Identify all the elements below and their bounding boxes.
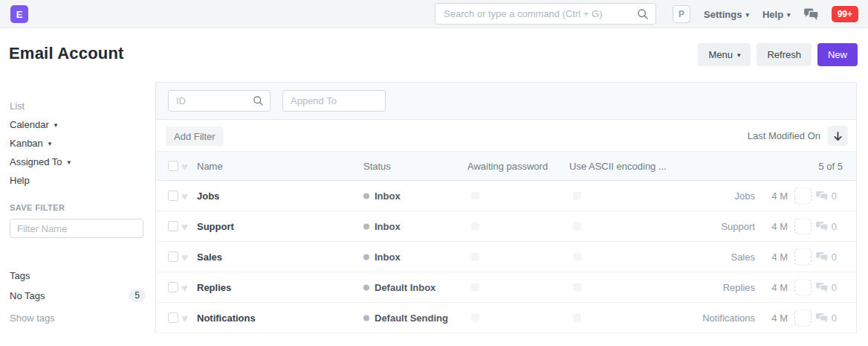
column-awaiting-password: Awaiting password [467, 161, 548, 172]
awaiting-password-value [471, 314, 479, 322]
comments-icon [816, 313, 828, 323]
sidebar-item-help[interactable]: Help [10, 171, 146, 190]
select-all-checkbox[interactable] [168, 161, 178, 171]
use-ascii-value [573, 314, 581, 322]
table-row[interactable]: ♥ Sales Inbox Sales 4 M 0 [156, 242, 856, 272]
row-checkbox[interactable] [168, 221, 178, 231]
comment-count-value: 0 [832, 252, 837, 263]
settings-menu[interactable]: Settings ▾ [704, 9, 749, 20]
comment-count[interactable]: 0 [816, 313, 837, 324]
chevron-down-icon: ▾ [737, 52, 741, 59]
table-header: ♥ Name Status Awaiting password Use ASCI… [156, 152, 856, 181]
row-name-link[interactable]: Support [197, 221, 234, 232]
status-indicator: Inbox [363, 190, 401, 202]
id-filter [168, 90, 271, 112]
navbar-actions: P Settings ▾ Help ▾ 99+ [673, 0, 858, 28]
heart-icon[interactable]: ♥ [181, 160, 188, 173]
chat-icon[interactable] [804, 8, 818, 21]
assign-placeholder[interactable] [794, 188, 812, 205]
table-row[interactable]: ♥ Jobs Inbox Jobs 4 M 0 [156, 181, 856, 211]
list-sidebar: List Calendar▾ Kanban▾ Assigned To▾ Help… [0, 82, 155, 346]
comment-count-value: 0 [832, 313, 837, 324]
new-button[interactable]: New [817, 43, 858, 66]
comment-count[interactable]: 0 [816, 221, 837, 232]
comment-count-value: 0 [832, 190, 837, 202]
sidebar-item-label: Kanban [10, 138, 43, 149]
use-ascii-value [573, 222, 581, 231]
filter-name-input[interactable] [10, 219, 143, 238]
menu-button[interactable]: Menu ▾ [698, 43, 751, 66]
column-use-ascii: Use ASCII encoding ... [569, 161, 667, 172]
status-label: Default Inbox [375, 282, 435, 293]
heart-icon[interactable]: ♥ [181, 281, 188, 294]
heart-icon[interactable]: ♥ [181, 190, 188, 202]
heart-icon[interactable]: ♥ [181, 251, 188, 263]
sort-by-field[interactable]: Last Modified On [748, 130, 820, 141]
result-count[interactable]: 5 of 5 [818, 161, 843, 172]
comment-count[interactable]: 0 [816, 190, 837, 202]
column-status: Status [363, 161, 391, 172]
sidebar-item-calendar[interactable]: Calendar▾ [10, 115, 146, 134]
user-avatar[interactable]: P [673, 5, 690, 23]
show-tags-link[interactable]: Show tags [10, 313, 146, 324]
comment-count[interactable]: 0 [816, 282, 837, 293]
comment-count[interactable]: 0 [816, 252, 837, 263]
row-tag[interactable]: Sales [731, 252, 755, 263]
row-checkbox[interactable] [168, 313, 178, 323]
notifications-badge[interactable]: 99+ [832, 6, 858, 22]
row-tag[interactable]: Notifications [702, 313, 755, 324]
row-checkbox[interactable] [168, 282, 178, 292]
table-row[interactable]: ♥ Support Inbox Support 4 M 0 [156, 211, 856, 242]
add-filter-button[interactable]: Add Filter [166, 126, 224, 146]
row-tag[interactable]: Jobs [735, 190, 755, 202]
row-name-link[interactable]: Notifications [197, 313, 256, 324]
app-logo[interactable]: E [10, 5, 28, 23]
chevron-down-icon: ▾ [787, 12, 791, 19]
row-checkbox[interactable] [168, 190, 178, 201]
comment-count-value: 0 [832, 282, 837, 293]
page-actions: Menu ▾ Refresh New [698, 43, 858, 66]
heart-icon[interactable]: ♥ [181, 312, 188, 324]
assign-placeholder[interactable] [794, 249, 812, 266]
column-name[interactable]: Name [197, 161, 223, 172]
append-to-filter-input[interactable] [283, 95, 385, 106]
row-name-link[interactable]: Sales [197, 252, 222, 263]
top-navbar: E P Settings ▾ Help ▾ 99+ [0, 0, 868, 28]
refresh-button[interactable]: Refresh [757, 43, 812, 66]
sidebar-item-list[interactable]: List [10, 97, 146, 115]
assign-placeholder[interactable] [794, 279, 812, 296]
no-tags-count-badge: 5 [129, 289, 146, 302]
awaiting-password-value [471, 222, 479, 231]
row-name-link[interactable]: Replies [197, 282, 231, 293]
standard-filter-bar [156, 83, 856, 120]
assign-placeholder[interactable] [794, 218, 812, 235]
menu-button-label: Menu [708, 49, 733, 60]
no-tags-filter[interactable]: No Tags 5 [10, 286, 146, 304]
help-menu[interactable]: Help ▾ [762, 9, 791, 20]
status-label: Inbox [375, 252, 401, 263]
append-to-filter [282, 90, 386, 112]
comments-icon [816, 282, 828, 292]
settings-label: Settings [704, 9, 742, 20]
id-filter-input[interactable] [169, 95, 253, 106]
last-modified: 4 M [771, 313, 788, 324]
row-tag[interactable]: Replies [723, 282, 755, 293]
row-tag[interactable]: Support [721, 221, 755, 232]
status-indicator: Default Inbox [363, 282, 435, 293]
last-modified: 4 M [771, 252, 788, 263]
table-row[interactable]: ♥ Replies Default Inbox Replies 4 M 0 [156, 272, 856, 303]
sidebar-item-kanban[interactable]: Kanban▾ [10, 134, 146, 153]
status-dot-icon [363, 254, 369, 260]
comments-icon [816, 221, 828, 231]
sidebar-item-assigned-to[interactable]: Assigned To▾ [10, 153, 146, 171]
status-label: Inbox [375, 190, 401, 202]
table-row[interactable]: ♥ Notifications Default Sending Notifica… [156, 303, 856, 333]
global-search-input[interactable] [435, 8, 637, 19]
comments-icon [816, 252, 828, 262]
row-checkbox[interactable] [168, 252, 178, 262]
heart-icon[interactable]: ♥ [181, 220, 188, 233]
awaiting-password-value [471, 192, 479, 200]
assign-placeholder[interactable] [794, 310, 812, 327]
row-name-link[interactable]: Jobs [197, 190, 219, 202]
sort-direction-button[interactable] [828, 126, 848, 146]
